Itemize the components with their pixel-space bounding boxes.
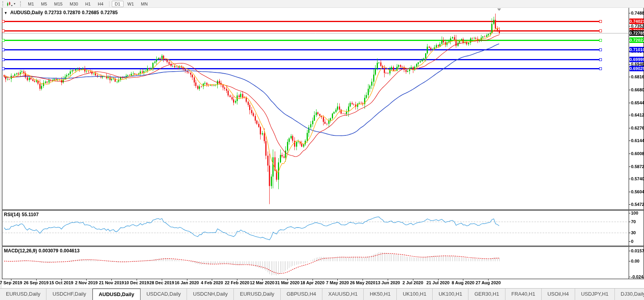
ohlc-close: 0.72785 (100, 10, 117, 15)
symbol-tab-bar: EURUSD,DailyUSDCHF,DailyAUDUSD,DailyUSDC… (0, 288, 644, 300)
macd-name: MACD(12,26,9) (4, 248, 37, 254)
symbol-tab-audusd-daily-2[interactable]: AUDUSD,Daily (93, 289, 141, 300)
macd-main-value: 0.003079 (39, 248, 58, 254)
timeframe-button-h4[interactable]: H4 (94, 1, 106, 7)
charts-bar-icon[interactable] (7, 1, 13, 6)
timeframes-toolbar: ▾ M1M5M15M30H1H4D1W1MN (0, 0, 644, 8)
toolbar-grip[interactable] (2, 1, 5, 6)
timeframe-button-m1[interactable]: M1 (25, 1, 37, 7)
timeframe-button-m30[interactable]: M30 (67, 1, 81, 7)
toolbar-separator (109, 1, 109, 7)
ohlc-high: 0.72870 (63, 10, 80, 15)
symbol-tab-uk100-h1-9[interactable]: UK100,H1 (397, 289, 433, 300)
symbol-tab-xauusd-h1-7[interactable]: XAUUSD,H1 (322, 289, 364, 300)
chart-symbol-period: AUDUSD,Daily (10, 10, 43, 15)
symbol-tab-usdcnh-daily-4[interactable]: USDCNH,Daily (187, 289, 234, 300)
timeframe-button-m5[interactable]: M5 (38, 1, 50, 7)
symbol-tab-usoil-h4-13[interactable]: USOil,H4 (542, 289, 575, 300)
symbol-tab-dj30-daily-15[interactable]: DJ30,Daily (615, 289, 644, 300)
macd-label: MACD(12,26,9)0.0030790.004613 (4, 248, 81, 254)
collapse-chart-button[interactable]: ▼ (4, 11, 7, 15)
ohlc-open: 0.72733 (44, 10, 61, 15)
symbol-tab-hk50-h1-8[interactable]: HK50,H1 (364, 289, 397, 300)
chart-canvas[interactable] (0, 0, 644, 300)
symbol-tab-ger30-h1-11[interactable]: GER30,H1 (468, 289, 505, 300)
toolbar-grip2[interactable] (20, 1, 23, 6)
symbol-tab-fra40-h1-12[interactable]: FRA40,H1 (505, 289, 542, 300)
symbol-tab-eurusd-daily-5[interactable]: EURUSD,Daily (234, 289, 280, 300)
timeframe-button-m15[interactable]: M15 (51, 1, 66, 7)
ohlc-low: 0.72685 (82, 10, 99, 15)
rsi-name: RSI(14) (4, 212, 20, 217)
timeframe-button-h1[interactable]: H1 (82, 1, 94, 7)
timeframe-button-mn[interactable]: MN (138, 1, 151, 7)
rsi-value: 55.1107 (22, 212, 39, 217)
mt4-window: ▾ M1M5M15M30H1H4D1W1MN ▼AUDUSD,Daily0.72… (0, 0, 644, 300)
symbol-tab-uk100-h1-10[interactable]: UK100,H1 (433, 289, 468, 300)
symbol-tab-eurusd-daily-0[interactable]: EURUSD,Daily (0, 289, 46, 300)
rsi-label: RSI(14)55.1107 (4, 212, 40, 217)
macd-signal-value: 0.004613 (60, 248, 80, 254)
chart-title: ▼AUDUSD,Daily0.727330.728700.726850.7278… (4, 10, 119, 15)
symbol-tab-usdcad-daily-3[interactable]: USDCAD,Daily (141, 289, 187, 300)
symbol-tab-usdchf-daily-1[interactable]: USDCHF,Daily (46, 289, 92, 300)
symbol-tab-usdjpy-h1-14[interactable]: USDJPY,H1 (575, 289, 615, 300)
symbol-tab-gbpusd-h4-6[interactable]: GBPUSD,H4 (281, 289, 322, 300)
timeframe-button-d1[interactable]: D1 (112, 1, 124, 7)
timeframe-button-w1[interactable]: W1 (124, 1, 137, 7)
toolbar-dropdown-arrow-icon[interactable]: ▾ (14, 2, 15, 6)
